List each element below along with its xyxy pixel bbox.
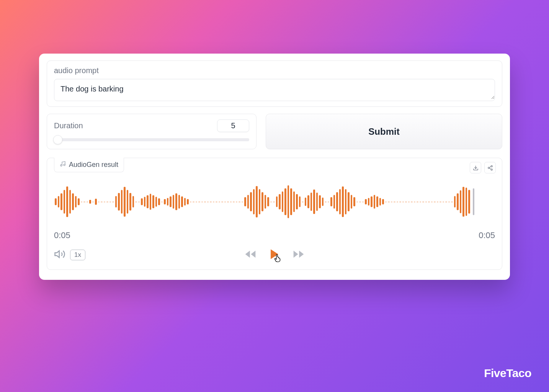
duration-header: Duration 5 xyxy=(54,119,249,132)
result-actions xyxy=(470,162,496,173)
duration-section: Duration 5 xyxy=(47,114,257,149)
svg-point-5 xyxy=(491,169,492,170)
prompt-field-wrap xyxy=(54,79,495,101)
play-button[interactable] xyxy=(268,247,281,263)
fast-forward-button[interactable] xyxy=(292,248,306,262)
duration-submit-row: Duration 5 Submit xyxy=(47,114,502,149)
svg-marker-8 xyxy=(55,251,59,258)
prompt-section: audio prompt xyxy=(47,60,502,107)
playback-speed-button[interactable]: 1x xyxy=(70,250,85,260)
result-title: AudioGen result xyxy=(69,161,118,169)
svg-line-7 xyxy=(489,167,491,168)
result-section: AudioGen result 0:05 0:05 1x xyxy=(47,158,502,270)
submit-button[interactable]: Submit xyxy=(266,114,502,149)
current-time: 0:05 xyxy=(54,230,70,240)
svg-point-0 xyxy=(60,165,62,166)
playback-controls-row: 1x xyxy=(54,247,495,263)
duration-slider-thumb[interactable] xyxy=(53,135,62,144)
playback-center-controls xyxy=(243,247,306,263)
svg-marker-11 xyxy=(271,249,278,259)
svg-marker-13 xyxy=(294,251,298,258)
download-button[interactable] xyxy=(470,162,481,173)
share-icon xyxy=(487,165,493,171)
brand-watermark: FiveTaco xyxy=(484,367,531,380)
svg-marker-9 xyxy=(245,251,250,258)
rewind-icon xyxy=(243,248,257,260)
svg-point-4 xyxy=(488,167,489,168)
svg-marker-10 xyxy=(251,251,255,258)
duration-value[interactable]: 5 xyxy=(217,119,249,132)
submit-label: Submit xyxy=(368,126,399,137)
fast-forward-icon xyxy=(292,248,306,260)
rewind-button[interactable] xyxy=(243,248,257,262)
app-card: audio prompt Duration 5 Submit AudioGen … xyxy=(39,54,510,280)
left-audio-controls: 1x xyxy=(54,248,85,261)
time-row: 0:05 0:05 xyxy=(54,230,495,240)
total-time: 0:05 xyxy=(479,230,495,240)
share-button[interactable] xyxy=(484,162,496,173)
result-tab: AudioGen result xyxy=(54,158,124,172)
play-icon xyxy=(268,247,281,261)
svg-line-6 xyxy=(489,168,491,169)
prompt-textarea[interactable] xyxy=(54,79,495,99)
duration-slider[interactable] xyxy=(54,138,249,141)
duration-label: Duration xyxy=(54,121,83,130)
volume-icon[interactable] xyxy=(54,248,65,261)
download-icon xyxy=(473,165,479,171)
svg-marker-12 xyxy=(299,251,304,258)
waveform[interactable] xyxy=(54,181,495,223)
svg-point-3 xyxy=(491,165,492,167)
music-note-icon xyxy=(60,161,66,169)
prompt-label: audio prompt xyxy=(54,66,495,75)
svg-point-1 xyxy=(64,164,65,166)
